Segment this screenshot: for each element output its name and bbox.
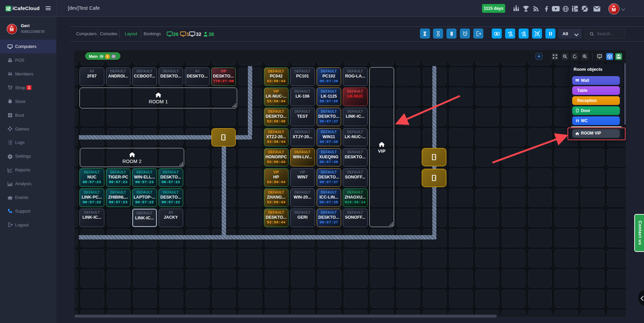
svg-text:M: M (612, 7, 616, 12)
svg-text:M: M (10, 27, 14, 32)
